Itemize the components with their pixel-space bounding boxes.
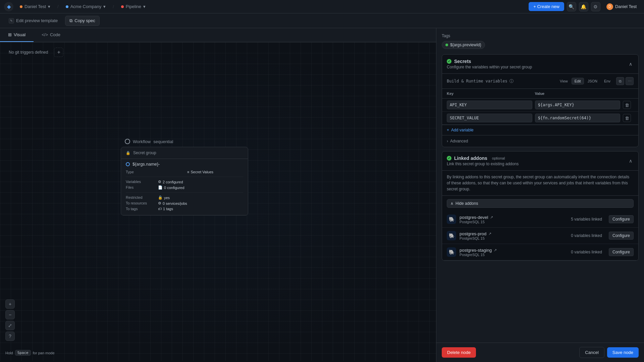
- copy-vars-button[interactable]: ⧉: [616, 77, 624, 85]
- files-icon: 📄: [158, 185, 163, 190]
- var-key-1[interactable]: [447, 101, 532, 109]
- configure-addon-3-button[interactable]: Configure: [609, 248, 634, 256]
- nav-pipeline[interactable]: Pipeline ▾: [117, 2, 149, 11]
- type-label: Type: [126, 170, 182, 174]
- tags-label: Tags: [442, 34, 639, 38]
- chevron-right-icon: ›: [447, 139, 448, 143]
- variables-row: Variables ⚙ 2 configured: [126, 180, 243, 184]
- workspace-dot: [20, 5, 22, 8]
- save-node-button[interactable]: Save node: [607, 347, 639, 358]
- optional-badge: optional: [492, 156, 505, 160]
- tags-icon: 🏷: [158, 207, 162, 211]
- secrets-header: ✓ Secrets Configure the variables within…: [442, 55, 638, 74]
- add-trigger-button[interactable]: +: [54, 48, 63, 57]
- tag-dot: [445, 44, 448, 46]
- nav-company[interactable]: Acme Company ▾: [62, 2, 109, 11]
- subnode-section-2: Restricted 🔒 yes To resources ⚙: [126, 192, 243, 211]
- external-link-3-icon: ↗: [494, 248, 497, 252]
- canvas-panel: ⊞ Visual </> Code No git triggers define…: [0, 28, 436, 362]
- addon-row-2: 🐘 postgres-prod ↗ PostgreSQL 15 0 variab…: [442, 228, 638, 244]
- variables-icon: ⚙: [158, 180, 161, 184]
- space-key: Space: [15, 350, 31, 356]
- secret-group-header: 🔒 Secret group: [121, 147, 248, 159]
- restricted-icon: 🔒: [158, 195, 163, 200]
- right-panel-scroll: Tags ${args.previewId} ✓ Secrets Configu…: [436, 28, 644, 343]
- add-variable-label: Add variable: [451, 128, 474, 132]
- lock-icon: 🔒: [126, 151, 130, 155]
- settings-icon-btn[interactable]: ⚙: [591, 2, 600, 11]
- addon-2-info: postgres-prod ↗ PostgreSQL 15: [460, 231, 568, 240]
- workflow-body: 🔒 Secret group ${args.name}- Type ≡: [121, 147, 248, 216]
- zoom-out-button[interactable]: −: [5, 310, 15, 319]
- var-row-2: 🗑: [442, 112, 638, 125]
- tab-json[interactable]: JSON: [585, 78, 600, 84]
- addons-status-icon: ✓: [447, 156, 451, 161]
- canvas-controls: + − ⤢ ?: [5, 299, 15, 341]
- secrets-collapse-button[interactable]: ∧: [628, 60, 634, 68]
- top-nav: ◈ Daniel Test ▾ / Acme Company ▾ / Pipel…: [0, 0, 644, 13]
- type-value: ≡ Secret Values: [187, 170, 243, 174]
- configure-addon-1-button[interactable]: Configure: [609, 215, 634, 223]
- notifications-icon-btn[interactable]: 🔔: [579, 2, 588, 11]
- search-icon-btn[interactable]: 🔍: [567, 2, 576, 11]
- tab-edit[interactable]: Edit: [572, 78, 584, 84]
- copy-spec-button[interactable]: ⧉ Copy spec: [65, 16, 99, 26]
- type-icon: ≡: [187, 170, 189, 174]
- add-variable-button[interactable]: + Add variable: [442, 125, 638, 135]
- hide-addons-button[interactable]: ∧ Hide addons: [447, 199, 634, 208]
- addons-collapse-button[interactable]: ∧: [628, 157, 634, 165]
- resources-icon: ⚙: [158, 201, 161, 205]
- advanced-row[interactable]: › Advanced: [442, 135, 638, 147]
- var-value-1[interactable]: [535, 101, 621, 109]
- subnode-header: ${args.name}-: [126, 162, 243, 167]
- external-link-icon: ↗: [490, 215, 493, 220]
- app-logo: ◈: [4, 2, 13, 11]
- delete-node-button[interactable]: Delete node: [442, 347, 476, 358]
- var-value-2[interactable]: [535, 114, 621, 122]
- addon-1-sub: PostgreSQL 15: [460, 220, 568, 224]
- secrets-status-icon: ✓: [447, 59, 451, 64]
- configure-addon-2-button[interactable]: Configure: [609, 232, 634, 240]
- help-button[interactable]: ?: [5, 331, 15, 341]
- edit-icon: ✎: [9, 18, 14, 23]
- addon-2-sub: PostgreSQL 15: [460, 236, 568, 240]
- visual-label: Visual: [14, 32, 25, 37]
- subnode-name: ${args.name}-: [132, 162, 160, 167]
- tab-view[interactable]: View: [557, 78, 571, 84]
- sub-nav: ✎ Edit preview template ⧉ Copy spec: [0, 13, 644, 28]
- workflow-label: Workflow: [133, 139, 151, 144]
- files-row: Files 📄 0 configured: [126, 185, 243, 190]
- cancel-button[interactable]: Cancel: [579, 347, 604, 358]
- nav-workspace[interactable]: Daniel Test ▾: [16, 2, 54, 11]
- edit-preview-template[interactable]: ✎ Edit preview template: [5, 16, 61, 25]
- avatar: D: [606, 3, 613, 10]
- git-triggers-bar: No git triggers defined +: [5, 48, 63, 57]
- code-icon: </>: [42, 32, 48, 37]
- pipeline-dot: [121, 5, 124, 8]
- tab-code[interactable]: </> Code: [34, 28, 68, 42]
- tab-visual[interactable]: ⊞ Visual: [0, 28, 34, 42]
- code-label: Code: [50, 32, 60, 37]
- fit-view-button[interactable]: ⤢: [5, 321, 15, 330]
- user-badge[interactable]: D Daniel Test: [603, 2, 640, 11]
- workflow-circle: [125, 139, 130, 144]
- nav-icon-group: 🔍 🔔 ⚙: [567, 2, 600, 11]
- create-new-button[interactable]: + Create new: [529, 2, 564, 11]
- subnode-grid: Type ≡ Secret Values: [126, 170, 243, 174]
- addon-1-vars: 5 variables linked: [571, 217, 602, 222]
- var-row-1: 🗑: [442, 99, 638, 112]
- addon-3-info: postgres-staging ↗ PostgreSQL 15: [460, 248, 568, 257]
- var-key-2[interactable]: [447, 114, 532, 122]
- tab-env[interactable]: Env: [601, 78, 613, 84]
- addon-2-vars: 0 variables linked: [571, 233, 602, 238]
- addon-row-1: 🐘 postgres-devel ↗ PostgreSQL 15 5 varia…: [442, 211, 638, 228]
- addon-1-name: postgres-devel ↗: [460, 215, 568, 220]
- visual-icon: ⊞: [8, 32, 12, 37]
- delete-var-1-button[interactable]: 🗑: [623, 101, 631, 109]
- addon-2-name: postgres-prod ↗: [460, 231, 568, 236]
- zoom-in-button[interactable]: +: [5, 299, 15, 309]
- delete-var-2-button[interactable]: 🗑: [623, 114, 631, 122]
- addons-description: By linking addons to this secret group, …: [442, 171, 638, 196]
- more-vars-button[interactable]: ⋯: [626, 77, 634, 85]
- addon-3-vars: 0 variables linked: [571, 250, 602, 254]
